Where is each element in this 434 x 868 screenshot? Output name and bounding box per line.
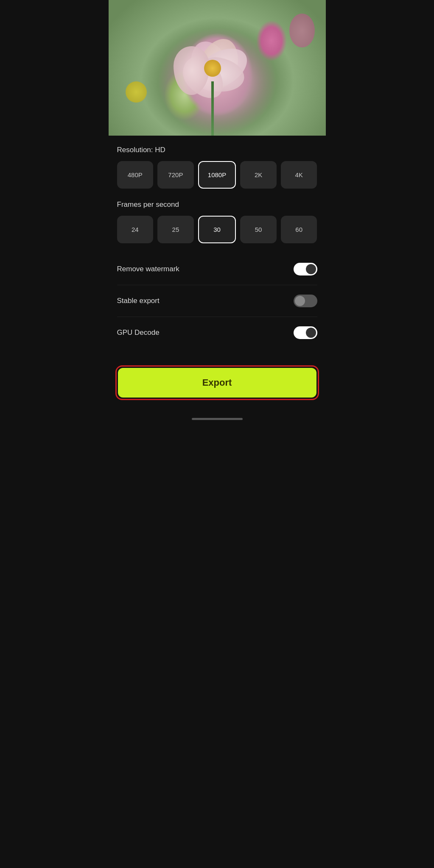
resolution-480p[interactable]: 480P — [117, 161, 154, 189]
remove-watermark-track — [294, 263, 317, 275]
stable-export-thumb — [295, 296, 305, 306]
remove-watermark-row: Remove watermark — [117, 255, 317, 283]
fps-30[interactable]: 30 — [198, 216, 236, 243]
fps-options: 24 25 30 50 60 — [117, 216, 317, 243]
fps-label: Frames per second — [117, 200, 317, 209]
stable-export-label: Stable export — [117, 297, 160, 305]
home-indicator — [109, 413, 326, 423]
resolution-720p[interactable]: 720P — [157, 161, 194, 189]
fps-25[interactable]: 25 — [157, 216, 194, 243]
resolution-4k[interactable]: 4K — [281, 161, 317, 189]
resolution-2k[interactable]: 2K — [240, 161, 277, 189]
gpu-decode-toggle[interactable] — [294, 326, 317, 339]
remove-watermark-label: Remove watermark — [117, 265, 179, 273]
gpu-decode-track — [294, 326, 317, 339]
settings-panel: Resolution: HD 480P 720P 1080P 2K 4K Fra… — [109, 136, 326, 357]
resolution-label: Resolution: HD — [117, 146, 317, 154]
video-preview[interactable] — [109, 0, 326, 136]
stable-export-row: Stable export — [117, 287, 317, 315]
home-bar — [192, 418, 243, 420]
fps-50[interactable]: 50 — [240, 216, 277, 243]
fps-section: Frames per second 24 25 30 50 60 — [117, 200, 317, 243]
stable-export-toggle[interactable] — [294, 295, 317, 307]
gpu-decode-label: GPU Decode — [117, 328, 160, 337]
gpu-decode-thumb — [306, 328, 316, 338]
export-section: Export — [109, 357, 326, 413]
fps-60[interactable]: 60 — [281, 216, 317, 243]
stable-export-track — [294, 295, 317, 307]
resolution-1080p[interactable]: 1080P — [198, 161, 236, 189]
export-button[interactable]: Export — [118, 368, 316, 398]
gpu-decode-row: GPU Decode — [117, 319, 317, 347]
remove-watermark-toggle[interactable] — [294, 263, 317, 275]
resolution-options: 480P 720P 1080P 2K 4K — [117, 161, 317, 189]
remove-watermark-thumb — [306, 264, 316, 274]
video-thumbnail — [109, 0, 326, 136]
export-border: Export — [115, 365, 319, 400]
resolution-section: Resolution: HD 480P 720P 1080P 2K 4K — [117, 146, 317, 189]
fps-24[interactable]: 24 — [117, 216, 154, 243]
